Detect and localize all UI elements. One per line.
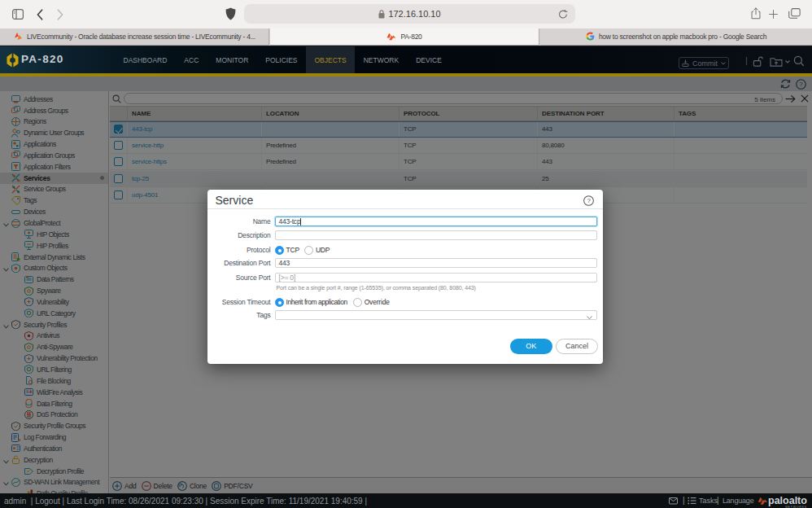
svg-text:?: ? (587, 197, 591, 204)
